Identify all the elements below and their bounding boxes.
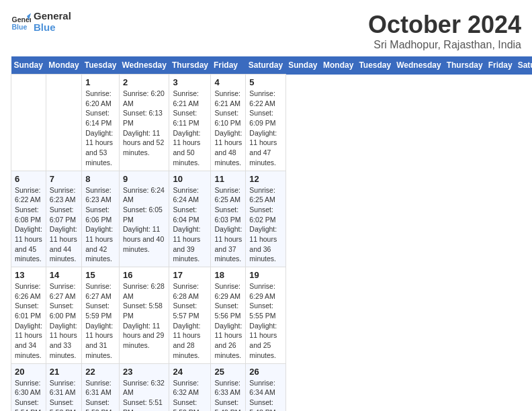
calendar-cell: 3Sunrise: 6:21 AM Sunset: 6:11 PM Daylig… bbox=[169, 75, 211, 171]
day-info: Sunrise: 6:24 AM Sunset: 6:04 PM Dayligh… bbox=[173, 185, 207, 265]
header-sunday: Sunday bbox=[11, 56, 46, 75]
day-info: Sunrise: 6:20 AM Sunset: 6:13 PM Dayligh… bbox=[123, 89, 165, 158]
day-number: 7 bbox=[50, 174, 78, 184]
day-info: Sunrise: 6:25 AM Sunset: 6:03 PM Dayligh… bbox=[214, 185, 242, 265]
day-info: Sunrise: 6:32 AM Sunset: 5:50 PM Dayligh… bbox=[173, 378, 207, 412]
day-number: 11 bbox=[214, 174, 242, 184]
calendar-cell: 23Sunrise: 6:32 AM Sunset: 5:51 PM Dayli… bbox=[120, 363, 169, 411]
calendar-cell: 7Sunrise: 6:23 AM Sunset: 6:07 PM Daylig… bbox=[46, 171, 81, 267]
day-number: 22 bbox=[85, 367, 116, 377]
day-number: 2 bbox=[123, 77, 165, 87]
day-number: 18 bbox=[214, 270, 242, 280]
day-number: 23 bbox=[123, 367, 165, 377]
day-number: 17 bbox=[173, 270, 207, 280]
day-info: Sunrise: 6:25 AM Sunset: 6:02 PM Dayligh… bbox=[249, 185, 281, 265]
calendar-cell: 18Sunrise: 6:29 AM Sunset: 5:56 PM Dayli… bbox=[211, 267, 246, 364]
header-monday: Monday bbox=[46, 56, 81, 75]
header-tuesday: Tuesday bbox=[356, 56, 394, 75]
calendar-cell: 24Sunrise: 6:32 AM Sunset: 5:50 PM Dayli… bbox=[169, 363, 211, 411]
day-number: 6 bbox=[15, 174, 42, 184]
page-title: October 2024 bbox=[368, 11, 521, 39]
day-info: Sunrise: 6:27 AM Sunset: 5:59 PM Dayligh… bbox=[85, 281, 116, 361]
calendar-week-row: 6Sunrise: 6:22 AM Sunset: 6:08 PM Daylig… bbox=[11, 171, 533, 267]
day-number: 4 bbox=[214, 77, 242, 87]
calendar-cell: 5Sunrise: 6:22 AM Sunset: 6:09 PM Daylig… bbox=[246, 75, 285, 171]
calendar-cell: 9Sunrise: 6:24 AM Sunset: 6:05 PM Daylig… bbox=[120, 171, 169, 267]
day-number: 16 bbox=[123, 270, 165, 280]
calendar-cell: 15Sunrise: 6:27 AM Sunset: 5:59 PM Dayli… bbox=[82, 267, 120, 364]
calendar-cell: 10Sunrise: 6:24 AM Sunset: 6:04 PM Dayli… bbox=[169, 171, 211, 267]
day-number: 19 bbox=[249, 270, 281, 280]
day-info: Sunrise: 6:22 AM Sunset: 6:08 PM Dayligh… bbox=[15, 185, 42, 265]
header-monday: Monday bbox=[320, 56, 356, 75]
calendar-cell: 14Sunrise: 6:27 AM Sunset: 6:00 PM Dayli… bbox=[46, 267, 81, 364]
header-saturday: Saturday bbox=[515, 56, 532, 75]
day-info: Sunrise: 6:27 AM Sunset: 6:00 PM Dayligh… bbox=[50, 281, 78, 361]
calendar-cell: 25Sunrise: 6:33 AM Sunset: 5:49 PM Dayli… bbox=[211, 363, 246, 411]
calendar-cell: 4Sunrise: 6:21 AM Sunset: 6:10 PM Daylig… bbox=[211, 75, 246, 171]
calendar-cell: 1Sunrise: 6:20 AM Sunset: 6:14 PM Daylig… bbox=[82, 75, 120, 171]
header-wednesday: Wednesday bbox=[120, 56, 169, 75]
calendar-cell: 17Sunrise: 6:28 AM Sunset: 5:57 PM Dayli… bbox=[169, 267, 211, 364]
day-number: 8 bbox=[85, 174, 116, 184]
day-info: Sunrise: 6:29 AM Sunset: 5:56 PM Dayligh… bbox=[214, 281, 242, 361]
title-block: October 2024 Sri Madhopur, Rajasthan, In… bbox=[368, 11, 521, 51]
calendar-week-row: 13Sunrise: 6:26 AM Sunset: 6:01 PM Dayli… bbox=[11, 267, 533, 364]
header-thursday: Thursday bbox=[444, 56, 486, 75]
calendar-week-row: 20Sunrise: 6:30 AM Sunset: 5:54 PM Dayli… bbox=[11, 363, 533, 411]
calendar-cell: 22Sunrise: 6:31 AM Sunset: 5:52 PM Dayli… bbox=[82, 363, 120, 411]
header-tuesday: Tuesday bbox=[82, 56, 120, 75]
calendar-cell: 12Sunrise: 6:25 AM Sunset: 6:02 PM Dayli… bbox=[246, 171, 285, 267]
day-info: Sunrise: 6:28 AM Sunset: 5:58 PM Dayligh… bbox=[123, 281, 165, 351]
day-info: Sunrise: 6:30 AM Sunset: 5:54 PM Dayligh… bbox=[15, 378, 42, 412]
day-number: 1 bbox=[85, 77, 116, 87]
calendar-cell: 16Sunrise: 6:28 AM Sunset: 5:58 PM Dayli… bbox=[120, 267, 169, 364]
header-thursday: Thursday bbox=[169, 56, 211, 75]
day-info: Sunrise: 6:32 AM Sunset: 5:51 PM Dayligh… bbox=[123, 378, 165, 412]
day-number: 20 bbox=[15, 367, 42, 377]
day-info: Sunrise: 6:23 AM Sunset: 6:06 PM Dayligh… bbox=[85, 185, 116, 265]
calendar-header-row: SundayMondayTuesdayWednesdayThursdayFrid… bbox=[11, 56, 533, 75]
day-info: Sunrise: 6:24 AM Sunset: 6:05 PM Dayligh… bbox=[123, 185, 165, 255]
day-number: 3 bbox=[173, 77, 207, 87]
day-number: 9 bbox=[123, 174, 165, 184]
calendar-cell: 19Sunrise: 6:29 AM Sunset: 5:55 PM Dayli… bbox=[246, 267, 285, 364]
day-info: Sunrise: 6:34 AM Sunset: 5:48 PM Dayligh… bbox=[249, 378, 281, 412]
logo-line1: General bbox=[34, 11, 71, 22]
calendar-cell: 21Sunrise: 6:31 AM Sunset: 5:53 PM Dayli… bbox=[46, 363, 81, 411]
day-info: Sunrise: 6:33 AM Sunset: 5:49 PM Dayligh… bbox=[214, 378, 242, 412]
day-info: Sunrise: 6:23 AM Sunset: 6:07 PM Dayligh… bbox=[50, 185, 78, 265]
day-info: Sunrise: 6:31 AM Sunset: 5:52 PM Dayligh… bbox=[85, 378, 116, 412]
logo-line2: Blue bbox=[34, 22, 71, 34]
header-wednesday: Wednesday bbox=[394, 56, 443, 75]
day-number: 13 bbox=[15, 270, 42, 280]
day-number: 26 bbox=[249, 367, 281, 377]
day-number: 24 bbox=[173, 367, 207, 377]
header-friday: Friday bbox=[211, 56, 246, 75]
day-number: 25 bbox=[214, 367, 242, 377]
day-info: Sunrise: 6:21 AM Sunset: 6:11 PM Dayligh… bbox=[173, 89, 207, 168]
calendar-cell: 26Sunrise: 6:34 AM Sunset: 5:48 PM Dayli… bbox=[246, 363, 285, 411]
day-number: 10 bbox=[173, 174, 207, 184]
day-info: Sunrise: 6:31 AM Sunset: 5:53 PM Dayligh… bbox=[50, 378, 78, 412]
day-number: 5 bbox=[249, 77, 281, 87]
calendar-table: SundayMondayTuesdayWednesdayThursdayFrid… bbox=[11, 56, 532, 411]
logo: General Blue General Blue bbox=[11, 11, 71, 33]
calendar-cell bbox=[46, 75, 81, 171]
day-info: Sunrise: 6:20 AM Sunset: 6:14 PM Dayligh… bbox=[85, 89, 116, 168]
header-friday: Friday bbox=[486, 56, 515, 75]
calendar-week-row: 1Sunrise: 6:20 AM Sunset: 6:14 PM Daylig… bbox=[11, 75, 533, 171]
calendar-cell: 11Sunrise: 6:25 AM Sunset: 6:03 PM Dayli… bbox=[211, 171, 246, 267]
calendar-cell: 2Sunrise: 6:20 AM Sunset: 6:13 PM Daylig… bbox=[120, 75, 169, 171]
calendar-cell: 6Sunrise: 6:22 AM Sunset: 6:08 PM Daylig… bbox=[11, 171, 46, 267]
logo-icon: General Blue bbox=[11, 12, 31, 32]
day-info: Sunrise: 6:21 AM Sunset: 6:10 PM Dayligh… bbox=[214, 89, 242, 168]
header-saturday: Saturday bbox=[246, 56, 285, 75]
page-header: General Blue General Blue October 2024 S… bbox=[11, 11, 521, 51]
calendar-cell bbox=[11, 75, 46, 171]
day-info: Sunrise: 6:28 AM Sunset: 5:57 PM Dayligh… bbox=[173, 281, 207, 361]
day-info: Sunrise: 6:26 AM Sunset: 6:01 PM Dayligh… bbox=[15, 281, 42, 361]
day-number: 21 bbox=[50, 367, 78, 377]
day-number: 14 bbox=[50, 270, 78, 280]
calendar-cell: 13Sunrise: 6:26 AM Sunset: 6:01 PM Dayli… bbox=[11, 267, 46, 364]
